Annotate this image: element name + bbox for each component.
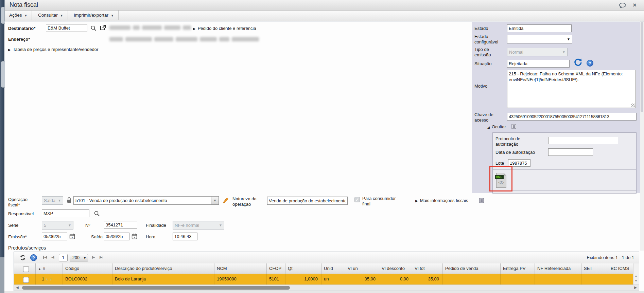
header-codigo[interactable]: Código bbox=[63, 263, 112, 274]
refresh-situacao-icon[interactable] bbox=[574, 58, 582, 67]
scroll-left-icon[interactable]: ◀ bbox=[16, 286, 19, 289]
window-vertical-scrollbar[interactable] bbox=[640, 21, 644, 251]
header-entrega-pv[interactable]: Entrega PV bbox=[501, 263, 535, 274]
scrollbar-thumb[interactable] bbox=[22, 286, 290, 290]
row-num-cell: 1∧∨ bbox=[36, 274, 63, 285]
header-pedido-venda[interactable]: Pedido de venda bbox=[443, 263, 501, 274]
table-row[interactable]: 1∧∨ BOLO0002 Bolo de Laranja 19059090 51… bbox=[14, 274, 634, 285]
ocultar-expander[interactable]: ◢Ocultar bbox=[487, 124, 506, 129]
header-vl-tot[interactable]: Vl tot bbox=[412, 263, 443, 274]
header-vl-desconto[interactable]: Vl desconto bbox=[379, 263, 412, 274]
close-icon[interactable]: × bbox=[633, 1, 637, 9]
pedido-cliente-expander[interactable]: ▶Pedido do cliente e referência bbox=[193, 26, 256, 31]
protocolo-label: Protocolo de autorização bbox=[495, 136, 533, 147]
expander-right-icon: ▶ bbox=[8, 48, 11, 52]
pagination-first-button[interactable]: ◀ bbox=[43, 255, 47, 259]
scroll-right-icon[interactable]: ▶ bbox=[634, 286, 637, 289]
pagination-last-button[interactable]: ▶ bbox=[100, 255, 103, 259]
consumidor-final-checkbox[interactable]: ✓ bbox=[354, 197, 360, 202]
bottom-strip bbox=[4, 291, 644, 293]
dock-strip-bottom bbox=[0, 257, 4, 293]
row-bc-icms-cell bbox=[608, 274, 634, 285]
header-set[interactable]: SET bbox=[581, 263, 608, 274]
natureza-operacao-input[interactable] bbox=[267, 197, 348, 205]
header-unid[interactable]: Unid bbox=[321, 263, 345, 274]
menu-acoes[interactable]: Ações▼ bbox=[5, 11, 32, 20]
grid-toolbar: ? ◀ ◀ 200 ▼ ▶ ▶ Exibindo itens 1 - 1 de … bbox=[14, 252, 639, 264]
grid-horizontal-scrollbar[interactable]: ◀ ▶ bbox=[14, 285, 639, 291]
numero-input[interactable] bbox=[104, 221, 137, 229]
scroll-down-icon[interactable]: ▼ bbox=[634, 279, 638, 282]
grid-refresh-icon[interactable] bbox=[19, 254, 26, 261]
chevron-down-icon: ▼ bbox=[58, 197, 61, 205]
header-cfop[interactable]: CFOP bbox=[267, 263, 285, 274]
operacao-fiscal-label: Operação fiscal* bbox=[8, 197, 34, 208]
page-number-input[interactable] bbox=[59, 254, 68, 261]
menu-bar: Ações▼ Consultar▼ Imprimir/exportar▼ bbox=[4, 11, 644, 21]
edit-pencil-icon[interactable] bbox=[223, 197, 229, 204]
cfop-operacao-select[interactable]: 5101 - Venda de produção do estabelecime… bbox=[73, 196, 219, 205]
move-up-icon[interactable]: ∧ bbox=[46, 277, 48, 281]
calendar-icon[interactable]: 8 bbox=[69, 233, 75, 239]
header-ncm[interactable]: NCM bbox=[214, 263, 267, 274]
chave-acesso-input[interactable] bbox=[507, 113, 637, 121]
dock-handle-middle[interactable] bbox=[1, 61, 5, 88]
search-icon[interactable] bbox=[94, 210, 100, 217]
header-bc-icms[interactable]: BC ICMS bbox=[608, 263, 634, 274]
scrollbar-thumb[interactable] bbox=[641, 22, 643, 112]
chave-acesso-label: Chave de acesso bbox=[474, 112, 498, 123]
nota-fiscal-window: Nota fiscal × Ações▼ Consultar▼ Imprimir… bbox=[0, 0, 644, 293]
saida-date-label: Saída bbox=[91, 234, 103, 240]
chevron-down-icon[interactable]: ▼ bbox=[211, 197, 219, 204]
row-pedido-venda-cell bbox=[443, 274, 501, 285]
protocolo-input[interactable] bbox=[548, 137, 618, 144]
emissao-date-input[interactable] bbox=[42, 233, 67, 240]
destinatario-label: Destinatário* bbox=[8, 26, 35, 31]
open-external-icon[interactable] bbox=[100, 24, 106, 31]
status-panel: Estado Estado configurável ▼ Tipo de emi… bbox=[472, 22, 640, 193]
notepad-icon[interactable] bbox=[479, 198, 484, 203]
calendar-icon[interactable]: 8 bbox=[132, 233, 137, 239]
grid-vertical-scrollbar[interactable]: ▲ ▼ bbox=[633, 263, 639, 285]
help-icon[interactable]: ? bbox=[587, 60, 593, 67]
row-unid-cell: un bbox=[321, 274, 345, 285]
finalidade-select[interactable]: NF-e normal ▼ bbox=[173, 221, 224, 230]
hora-input[interactable] bbox=[173, 233, 197, 240]
header-nf-referenciada[interactable]: NF Referenciada bbox=[535, 263, 581, 274]
destinatario-redacted-text bbox=[109, 25, 191, 30]
estado-configuravel-select[interactable]: ▼ bbox=[507, 35, 572, 43]
header-vl-un[interactable]: Vl un bbox=[345, 263, 379, 274]
saida-date-input[interactable] bbox=[104, 233, 129, 240]
mais-info-fiscais-expander[interactable]: ▶Mais informações fiscais bbox=[415, 198, 468, 203]
serie-select[interactable]: 5 ▼ bbox=[42, 221, 73, 230]
grid-help-icon[interactable]: ? bbox=[30, 254, 37, 261]
pagination-prev-button[interactable]: ◀ bbox=[51, 255, 54, 259]
row-select-cell bbox=[14, 274, 36, 285]
destinatario-input[interactable] bbox=[46, 24, 87, 32]
responsavel-input[interactable] bbox=[42, 209, 89, 217]
page-size-select[interactable]: 200 ▼ bbox=[70, 254, 88, 261]
menu-imprimir-exportar[interactable]: Imprimir/exportar▼ bbox=[69, 11, 119, 20]
data-autorizacao-input[interactable] bbox=[548, 148, 593, 156]
select-all-checkbox[interactable] bbox=[23, 266, 29, 272]
header-qt[interactable]: Qt bbox=[285, 263, 321, 274]
chevron-down-icon: ▼ bbox=[60, 14, 63, 17]
serie-label: Série bbox=[8, 223, 18, 228]
comment-bubble-icon[interactable] bbox=[619, 3, 626, 8]
operacao-tipo-select[interactable]: Saída ▼ bbox=[42, 196, 63, 205]
row-checkbox[interactable] bbox=[23, 277, 29, 283]
header-num[interactable]: ▲# bbox=[36, 263, 63, 274]
search-icon[interactable] bbox=[90, 25, 97, 31]
notepad-icon[interactable] bbox=[511, 124, 516, 129]
move-down-icon[interactable]: ∨ bbox=[50, 277, 52, 281]
header-descricao[interactable]: Descrição do produto/serviço bbox=[112, 263, 214, 274]
tipo-emissao-select[interactable]: Normal ▼ bbox=[507, 48, 568, 56]
pagination-next-button[interactable]: ▶ bbox=[92, 255, 95, 259]
estado-input[interactable] bbox=[507, 24, 572, 32]
responsavel-label: Responsável bbox=[8, 211, 34, 217]
scroll-up-icon[interactable]: ▲ bbox=[634, 274, 638, 278]
tabela-precos-expander[interactable]: ▶Tabela de preços e representante/vended… bbox=[8, 47, 98, 52]
situacao-input[interactable] bbox=[507, 60, 570, 68]
menu-consultar[interactable]: Consultar▼ bbox=[34, 11, 68, 20]
motivo-textarea[interactable]: 215 - Rejeicao: Falha no Schema XML da N… bbox=[507, 70, 636, 108]
